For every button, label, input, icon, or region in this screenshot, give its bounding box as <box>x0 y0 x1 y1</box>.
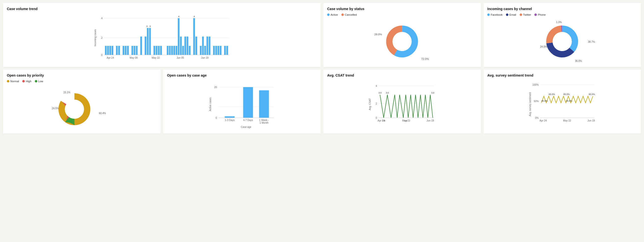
legend-label-low: Low <box>38 80 43 83</box>
case-volume-by-status-title: Case volume by status <box>327 7 477 11</box>
annot-30-3: 3.0 <box>431 92 434 94</box>
csat-x-may22: May 22 <box>402 119 410 122</box>
legend-dot-twitter <box>520 14 522 16</box>
legend-dot-email <box>506 14 508 16</box>
avg-survey-sentiment-card: Avg. survey sentiment trend Avg. survey … <box>483 70 641 134</box>
x-tick-jun19: Jun 19 <box>201 57 208 59</box>
avg-csat-chart: Avg. CSAT 4 2 0 3.0 3.0 1.0 1.0 3.0 Apr … <box>327 80 477 129</box>
svg-rect-49 <box>226 46 228 55</box>
svg-rect-26 <box>171 46 173 55</box>
label-387: 38.7% <box>588 41 595 43</box>
legend-label-twitter: Twitter <box>523 13 531 16</box>
avg-csat-trend-card: Avg. CSAT trend Avg. CSAT 4 2 0 3.0 3.0 … <box>323 70 481 134</box>
label-13: 1.3% <box>556 21 562 24</box>
svg-rect-13 <box>134 46 135 55</box>
svg-rect-27 <box>174 46 175 55</box>
svg-rect-48 <box>224 46 226 55</box>
csat-y-label: Avg. CSAT <box>368 98 371 110</box>
x-tick-jun05: Jun 05 <box>176 57 184 59</box>
csat-line <box>380 95 433 118</box>
label-240: 24.0% <box>540 45 547 48</box>
svg-rect-16 <box>145 37 146 55</box>
x-tick-4-7days: 4-7 Days <box>243 119 253 121</box>
svg-rect-25 <box>169 46 171 55</box>
donut-group <box>386 26 418 57</box>
x-tick-apr24: Apr 24 <box>107 57 114 59</box>
svg-rect-4 <box>107 46 109 55</box>
csat-y-2: 2 <box>376 102 377 105</box>
legend-label-phone: Phone <box>538 13 546 16</box>
svg-rect-42 <box>206 37 208 55</box>
svg-rect-21 <box>156 46 158 55</box>
priority-donut-center <box>65 100 84 119</box>
legend-low: Low <box>35 80 43 83</box>
y-tick-0: 0 <box>101 54 102 57</box>
csat-y-4: 4 <box>376 85 377 87</box>
legend-label-normal: Normal <box>10 80 19 83</box>
svg-rect-8 <box>118 46 120 55</box>
label-604: 60.4% <box>99 112 106 115</box>
legend-label-cancelled: Cancelled <box>345 13 357 16</box>
svg-rect-47 <box>220 46 222 55</box>
avg-csat-title: Avg. CSAT trend <box>327 73 477 77</box>
svg-rect-15 <box>140 37 142 55</box>
svg-rect-23 <box>160 46 162 55</box>
legend-label-active: Active <box>330 13 338 16</box>
legend-dot-active <box>327 14 330 16</box>
label-151: 15.1% <box>64 91 70 94</box>
sentiment-100pct: 100% <box>532 83 539 86</box>
dashboard: Case volume trend Incoming cases 4 2 0 <box>3 3 641 134</box>
annot-650-1: 65.0% <box>549 93 555 96</box>
open-by-case-age-card: Open cases by case age Active cases 20 0… <box>163 70 321 134</box>
legend-cancelled: Cancelled <box>341 13 357 16</box>
x-tick-1week-label1: 1 Week - <box>259 119 269 121</box>
svg-rect-28 <box>176 46 177 55</box>
legend-label-email: Email <box>509 13 516 16</box>
x-tick-may08: May 08 <box>130 57 138 59</box>
bar-group: 3 3 4 <box>105 15 228 55</box>
svg-rect-10 <box>125 46 126 55</box>
x-tick-1-3days: 1-3 Days <box>225 119 234 121</box>
legend-label-facebook: Facebook <box>491 13 502 16</box>
svg-rect-14 <box>136 46 138 55</box>
csat-y-0: 0 <box>376 117 377 119</box>
svg-rect-3 <box>105 46 107 55</box>
y-tick-20: 20 <box>214 86 217 89</box>
svg-rect-31 <box>180 37 182 55</box>
annot-30-1: 3.0 <box>378 92 382 94</box>
open-by-priority-card: Open cases by priority Normal High Low <box>3 70 161 134</box>
legend-dot-high <box>22 80 25 83</box>
legend-email: Email <box>506 13 516 16</box>
svg-rect-32 <box>182 46 184 55</box>
svg-rect-41 <box>204 46 206 55</box>
case-volume-trend-chart: Incoming cases 4 2 0 <box>7 13 317 62</box>
case-status-legend: Active Cancelled <box>327 13 477 16</box>
y-tick-2: 2 <box>101 37 102 39</box>
csat-x-jun19: Jun 19 <box>426 119 434 122</box>
label-72pct: 72.0% <box>421 57 429 60</box>
case-volume-trend-card: Case volume trend Incoming cases 4 2 0 <box>3 3 321 67</box>
y-axis-label: Incoming cases <box>94 29 96 46</box>
priority-donut-group <box>58 93 90 125</box>
label-360: 36.0% <box>575 60 582 62</box>
svg-rect-24 <box>167 46 168 55</box>
svg-rect-12 <box>132 46 133 55</box>
annot-450: 45.0% <box>542 100 548 102</box>
svg-rect-20 <box>154 46 155 55</box>
case-status-donut: 28.0% 72.0% <box>327 18 477 62</box>
case-volume-trend-title: Case volume trend <box>7 7 317 11</box>
svg-rect-5 <box>110 46 111 55</box>
label-245: 24.5% <box>52 107 59 110</box>
svg-rect-22 <box>158 46 160 55</box>
case-volume-by-status-card: Case volume by status Active Cancelled <box>323 3 481 67</box>
y-tick-0-age: 0 <box>216 117 217 119</box>
svg-rect-35 <box>189 46 190 55</box>
sentiment-x-may22: May 22 <box>563 119 571 122</box>
open-by-case-age-title: Open cases by case age <box>167 73 317 77</box>
channel-donut: 38.7% 36.0% 24.0% 1.3% <box>487 18 637 62</box>
legend-twitter: Twitter <box>520 13 531 16</box>
svg-text:3: 3 <box>149 25 150 28</box>
legend-dot-cancelled <box>341 14 344 16</box>
svg-rect-40 <box>202 37 204 55</box>
svg-rect-39 <box>200 46 202 55</box>
